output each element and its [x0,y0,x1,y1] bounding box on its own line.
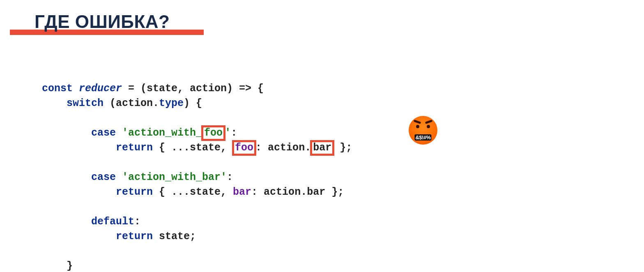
property-bar: bar [233,186,251,198]
emoji-mouth-censor: &$!#% [414,134,431,141]
code-line-3: case 'action_with_foo': [42,127,237,139]
emoji-eye-left [416,125,419,128]
code-line-2: switch (action.type) { [42,97,202,109]
highlight-bar: bar [310,140,334,156]
code-text: : action.bar }; [251,186,344,198]
code-text: : action. [255,142,311,154]
code-line-5: case 'action_with_bar': [42,171,233,183]
code-text: } [67,260,73,272]
code-line-4: return { ...state, foo: action.bar }; [42,142,352,154]
keyword-const: const [42,83,73,95]
code-text: { ...state, [153,142,233,154]
property-type: type [159,97,184,109]
code-text: = (state, action) => { [122,83,264,95]
keyword-return: return [116,186,153,198]
slide-title: ГДЕ ОШИБКА? [10,12,204,32]
slide-title-block: ГДЕ ОШИБКА? [10,12,204,35]
code-line-7: default: [42,216,140,228]
emoji-eye-right [427,125,430,128]
code-text: : [134,216,140,228]
keyword-switch: switch [67,97,104,109]
code-text: : [231,127,237,139]
code-line-9: } [42,260,73,272]
string-text: foo [204,127,223,139]
code-line-6: return { ...state, bar: action.bar }; [42,186,344,198]
code-line-8: return state; [42,231,196,242]
emoji-brow-right [425,120,433,124]
code-text: state; [153,231,196,242]
code-text: { ...state, [153,186,233,198]
keyword-return: return [116,142,153,154]
keyword-return: return [116,231,153,242]
code-text: }; [334,142,352,154]
code-line-1: const reducer = (state, action) => { [42,83,264,95]
code-block: const reducer = (state, action) => { swi… [42,67,352,272]
keyword-case: case [91,171,116,183]
highlight-foo-2: foo [232,140,256,156]
keyword-case: case [91,127,116,139]
string-literal: 'action_with_bar' [122,171,227,183]
highlight-foo-1: foo [201,125,225,141]
string-literal: ' [225,127,231,139]
property-bar: bar [313,142,331,154]
code-text: ) { [184,97,202,109]
keyword-default: default [91,216,134,228]
angry-emoji-icon: &$!#% [409,116,437,145]
emoji-brow-left [414,120,421,124]
identifier-reducer: reducer [79,83,122,95]
code-text: : [227,171,233,183]
string-literal: 'action_with_ [122,127,202,139]
emoji-face: &$!#% [409,116,437,145]
property-foo: foo [235,142,253,154]
code-text: (action. [104,97,159,109]
